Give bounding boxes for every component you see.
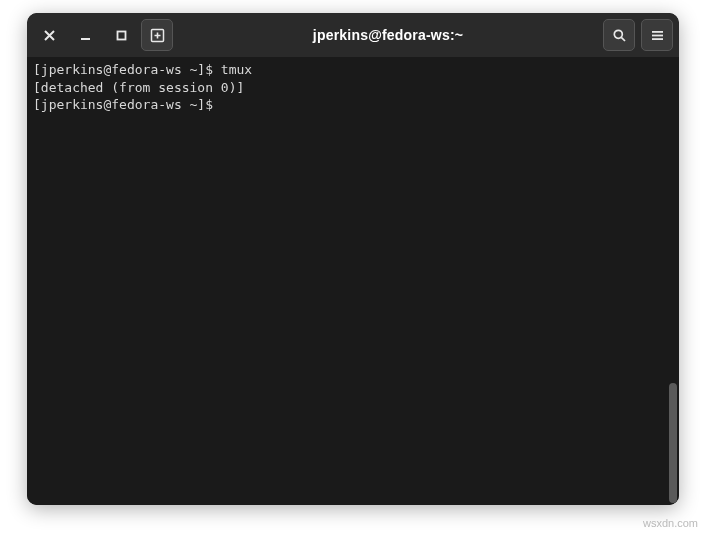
maximize-icon bbox=[115, 29, 128, 42]
terminal-window: jperkins@fedora-ws:~ bbox=[27, 13, 679, 505]
svg-rect-6 bbox=[652, 38, 663, 40]
maximize-button[interactable] bbox=[105, 19, 137, 51]
svg-point-3 bbox=[614, 30, 622, 38]
titlebar-left-controls bbox=[33, 19, 173, 51]
svg-rect-1 bbox=[117, 31, 125, 39]
svg-rect-0 bbox=[81, 38, 90, 40]
new-tab-icon bbox=[150, 28, 165, 43]
window-title: jperkins@fedora-ws:~ bbox=[173, 27, 603, 43]
minimize-button[interactable] bbox=[69, 19, 101, 51]
svg-rect-5 bbox=[652, 34, 663, 36]
search-button[interactable] bbox=[603, 19, 635, 51]
watermark: wsxdn.com bbox=[643, 517, 698, 529]
titlebar: jperkins@fedora-ws:~ bbox=[27, 13, 679, 57]
menu-button[interactable] bbox=[641, 19, 673, 51]
search-icon bbox=[612, 28, 627, 43]
svg-rect-4 bbox=[652, 31, 663, 33]
terminal-line: [jperkins@fedora-ws ~]$ tmux bbox=[33, 61, 673, 79]
titlebar-right-controls bbox=[603, 19, 673, 51]
hamburger-icon bbox=[650, 28, 665, 43]
new-tab-button[interactable] bbox=[141, 19, 173, 51]
terminal-body[interactable]: [jperkins@fedora-ws ~]$ tmux [detached (… bbox=[27, 57, 679, 505]
close-icon bbox=[43, 29, 56, 42]
scrollbar[interactable] bbox=[669, 383, 677, 503]
close-button[interactable] bbox=[33, 19, 65, 51]
minimize-icon bbox=[79, 29, 92, 42]
terminal-line: [jperkins@fedora-ws ~]$ bbox=[33, 96, 673, 114]
terminal-line: [detached (from session 0)] bbox=[33, 79, 673, 97]
